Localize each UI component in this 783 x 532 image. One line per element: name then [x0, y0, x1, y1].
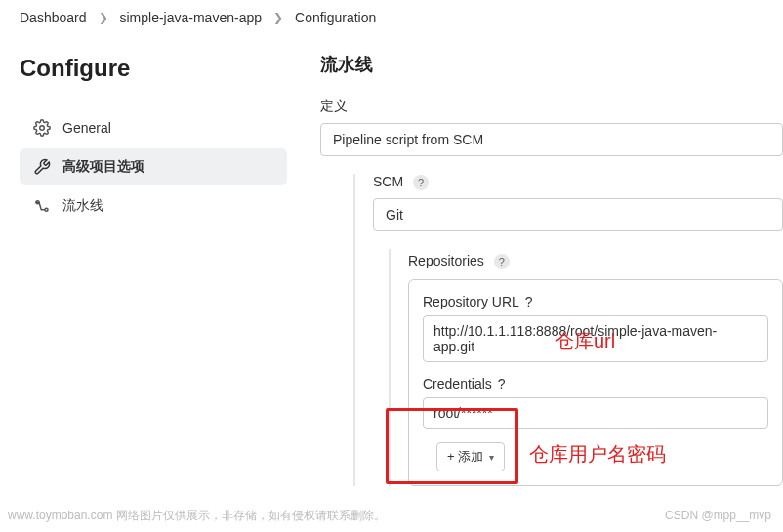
sidebar-item-advanced[interactable]: 高级项目选项	[20, 148, 287, 185]
scm-select[interactable]: Git	[373, 198, 783, 231]
watermark-right: CSDN @mpp__mvp	[665, 509, 771, 522]
section-title: 流水线	[320, 53, 783, 76]
svg-point-0	[40, 126, 45, 131]
wrench-icon	[33, 158, 51, 176]
chevron-right-icon: ❯	[99, 11, 108, 24]
breadcrumb-item[interactable]: Dashboard	[20, 10, 87, 25]
svg-point-1	[45, 208, 48, 211]
repo-url-label: Repository URL ?	[423, 294, 768, 309]
definition-label: 定义	[320, 98, 783, 115]
definition-select[interactable]: Pipeline script from SCM	[320, 123, 783, 156]
sidebar: Configure General 高级项目选项 流水线	[0, 35, 303, 486]
gear-icon	[33, 119, 51, 137]
sidebar-item-label: General	[62, 120, 111, 136]
chevron-right-icon: ❯	[273, 11, 283, 24]
breadcrumb-item[interactable]: simple-java-maven-app	[120, 10, 263, 25]
sidebar-item-label: 高级项目选项	[62, 158, 144, 176]
help-icon[interactable]: ?	[525, 294, 533, 309]
scm-label: SCM ?	[373, 174, 783, 190]
sidebar-item-general[interactable]: General	[20, 109, 287, 146]
page-title: Configure	[20, 55, 287, 82]
main-content: 流水线 定义 Pipeline script from SCM SCM ? Gi…	[303, 35, 783, 486]
credentials-select[interactable]: root/******	[423, 397, 768, 429]
sidebar-item-pipeline[interactable]: 流水线	[20, 187, 287, 225]
help-icon[interactable]: ?	[413, 175, 429, 190]
help-icon[interactable]: ?	[498, 376, 506, 391]
annotation-credentials: 仓库用户名密码	[529, 441, 666, 468]
annotation-url: 仓库url	[555, 328, 615, 354]
chevron-down-icon: ▾	[489, 452, 494, 463]
pipeline-icon	[33, 197, 51, 215]
add-button[interactable]: + 添加 ▾	[436, 442, 505, 471]
breadcrumb: Dashboard ❯ simple-java-maven-app ❯ Conf…	[0, 0, 783, 35]
breadcrumb-item[interactable]: Configuration	[295, 10, 376, 25]
credentials-label: Credentials ?	[423, 376, 768, 391]
help-icon[interactable]: ?	[494, 254, 510, 269]
repositories-label: Repositories ?	[408, 253, 783, 269]
sidebar-item-label: 流水线	[62, 197, 103, 215]
watermark-left: www.toymoban.com 网络图片仅供展示，非存储，如有侵权请联系删除。	[8, 508, 386, 524]
